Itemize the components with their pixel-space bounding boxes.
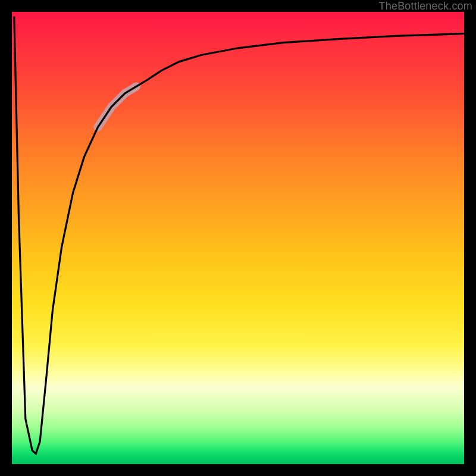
bottleneck-curve <box>14 17 464 454</box>
attribution-text: TheBottleneck.com <box>379 0 472 12</box>
chart-frame: TheBottleneck.com <box>0 0 476 476</box>
highlight-segment <box>98 86 136 127</box>
plot-area <box>12 12 464 464</box>
curve-svg <box>12 12 464 464</box>
